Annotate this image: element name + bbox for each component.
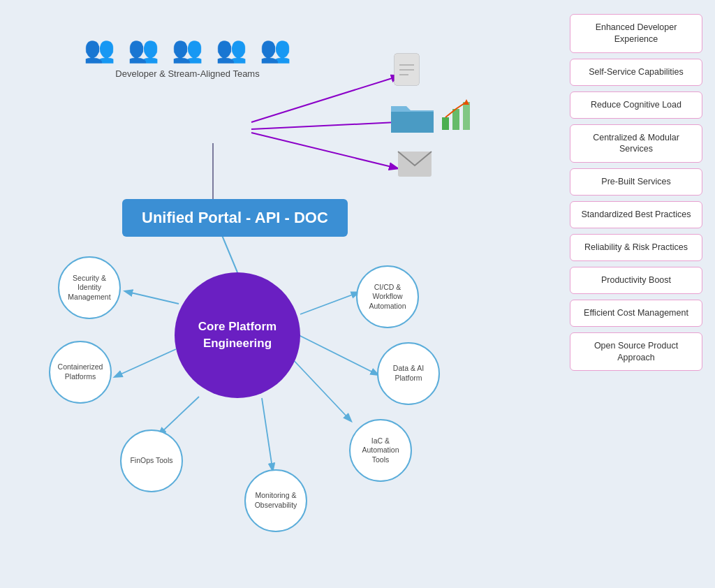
resource-folder <box>390 98 435 139</box>
svg-line-11 <box>251 133 395 168</box>
benefit-card-2: Reduce Cognitive Load <box>570 91 702 119</box>
benefit-card-3: Centralized & Modular Services <box>570 124 702 163</box>
satellite-finops-label: FinOps Tools <box>130 456 172 466</box>
satellite-monitoring: Monitoring & Observability <box>244 469 307 532</box>
satellite-cicd: CI/CD & Workflow Automation <box>356 265 419 328</box>
svg-line-8 <box>128 292 179 304</box>
svg-line-7 <box>117 349 176 376</box>
svg-rect-19 <box>463 102 470 130</box>
portal-label: Unified Portal - API - DOC <box>142 209 328 226</box>
svg-line-3 <box>299 335 376 374</box>
core-label: Core Platform Engineering <box>175 318 300 352</box>
person-icon-1: 👥 <box>84 35 115 64</box>
person-icon-2: 👥 <box>128 35 159 64</box>
satellite-containerized: Containerized Platforms <box>49 341 112 404</box>
resource-document <box>391 52 426 97</box>
benefit-card-1: Self-Service Capabilities <box>570 59 702 86</box>
teams-label: Developer & Stream-Aligned Teams <box>115 68 259 79</box>
svg-line-5 <box>262 398 272 468</box>
teams-section: 👥 👥 👥 👥 👥 Developer & Stream-Aligned Tea… <box>84 35 291 79</box>
benefit-card-9: Open Source Product Approach <box>570 332 702 372</box>
benefit-card-7: Productivity Boost <box>570 267 702 294</box>
satellite-security-label: Security & Identity Management <box>64 274 115 302</box>
resource-email <box>397 150 433 181</box>
satellite-security: Security & Identity Management <box>58 256 121 319</box>
diagram-area: 👥 👥 👥 👥 👥 Developer & Stream-Aligned Tea… <box>14 14 545 573</box>
right-panel: Enhanced Developer ExperienceSelf-Servic… <box>570 14 702 371</box>
satellite-finops: FinOps Tools <box>120 429 183 492</box>
portal-box: Unified Portal - API - DOC <box>122 199 348 237</box>
svg-line-9 <box>251 77 397 122</box>
benefit-card-4: Pre-Built Services <box>570 168 702 196</box>
main-container: Enhanced Developer ExperienceSelf-Servic… <box>0 0 715 588</box>
satellite-iac: IaC & Automation Tools <box>349 419 412 482</box>
svg-line-6 <box>161 397 199 433</box>
resource-chart <box>438 96 473 135</box>
person-icon-3: 👥 <box>172 35 203 64</box>
svg-rect-18 <box>452 109 459 130</box>
svg-line-4 <box>290 356 349 419</box>
satellite-iac-label: IaC & Automation Tools <box>355 436 406 465</box>
svg-rect-17 <box>442 117 449 130</box>
svg-line-2 <box>300 293 356 314</box>
satellite-data-ai: Data & AI Platform <box>377 342 440 405</box>
benefit-card-0: Enhanced Developer Experience <box>570 14 702 53</box>
core-circle: Core Platform Engineering <box>175 272 300 398</box>
satellite-data-ai-label: Data & AI Platform <box>383 364 434 383</box>
benefit-card-5: Standardized Best Practices <box>570 201 702 228</box>
person-icon-4: 👥 <box>216 35 247 64</box>
benefit-card-6: Reliability & Risk Practices <box>570 234 702 261</box>
satellite-containerized-label: Containerized Platforms <box>54 362 106 381</box>
satellite-cicd-label: CI/CD & Workflow Automation <box>362 283 413 311</box>
benefit-card-8: Efficient Cost Management <box>570 300 702 327</box>
satellite-monitoring-label: Monitoring & Observability <box>250 491 302 510</box>
svg-line-10 <box>251 122 397 129</box>
person-icon-5: 👥 <box>260 35 291 64</box>
team-icons: 👥 👥 👥 👥 👥 <box>84 35 291 64</box>
svg-line-1 <box>220 230 237 272</box>
